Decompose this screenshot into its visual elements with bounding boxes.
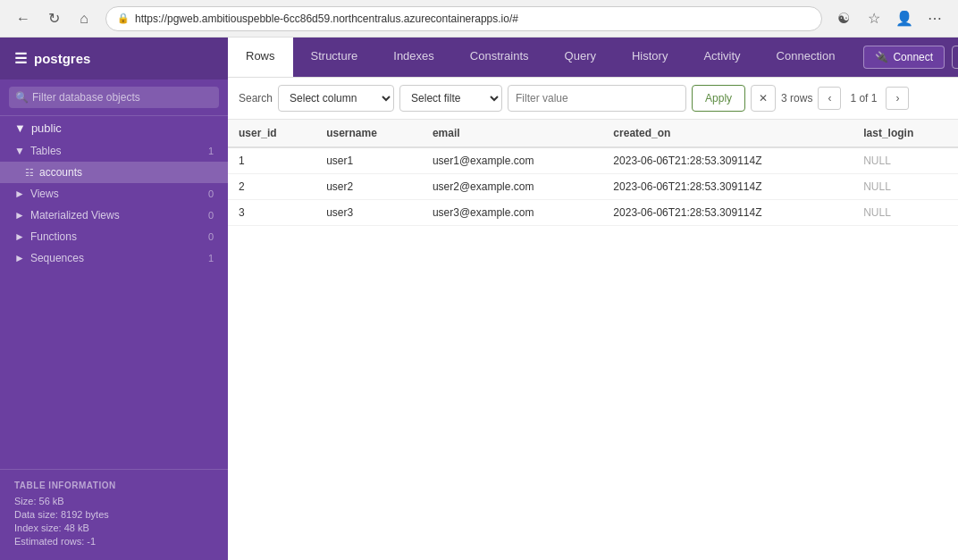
filter-value-input[interactable] bbox=[508, 85, 686, 112]
sidebar-group-functions: ► Functions 0 bbox=[0, 226, 228, 247]
forward-button[interactable]: ↻ bbox=[41, 6, 66, 31]
back-button[interactable]: ← bbox=[11, 6, 36, 31]
chevron-down-icon: ▼ bbox=[14, 121, 26, 135]
connect-button[interactable]: 🔌 Connect bbox=[863, 46, 945, 69]
functions-count: 0 bbox=[208, 231, 214, 242]
rows-info: 3 rows bbox=[781, 92, 812, 104]
cell-user_id: 1 bbox=[228, 147, 315, 174]
column-select[interactable]: Select column bbox=[278, 85, 394, 112]
tab-actions: 🔌 Connect Disconnect bbox=[853, 38, 958, 77]
clear-filter-button[interactable]: ✕ bbox=[751, 85, 776, 112]
search-input[interactable] bbox=[9, 87, 219, 108]
cell-last_login: NULL bbox=[853, 147, 958, 174]
cell-username: user2 bbox=[315, 174, 422, 200]
sequences-group-header[interactable]: ► Sequences 1 bbox=[0, 247, 228, 269]
views-count: 0 bbox=[208, 188, 214, 199]
tables-count: 1 bbox=[208, 146, 214, 156]
lock-icon: 🔒 bbox=[117, 13, 130, 24]
tab-indexes[interactable]: Indexes bbox=[375, 38, 452, 77]
extensions-button[interactable]: ☯ bbox=[831, 6, 856, 31]
mat-views-label: Materialized Views bbox=[30, 209, 120, 221]
tab-structure[interactable]: Structure bbox=[293, 38, 376, 77]
database-icon: ☰ bbox=[14, 50, 27, 67]
table-estimated-rows: Estimated rows: -1 bbox=[14, 536, 214, 547]
sequences-label: Sequences bbox=[30, 252, 84, 264]
sidebar-item-accounts[interactable]: ☷ accounts bbox=[0, 162, 228, 183]
main-content: Rows Structure Indexes Constraints Query… bbox=[228, 38, 958, 560]
app: ☰ postgres 🔍 ▼ public ▼ Tables 1 bbox=[0, 38, 958, 560]
home-button[interactable]: ⌂ bbox=[71, 6, 97, 31]
pagination: ‹ 1 of 1 › bbox=[818, 87, 909, 110]
favorites-button[interactable]: ☆ bbox=[861, 6, 887, 31]
col-email: email bbox=[422, 120, 602, 147]
table-row[interactable]: 1user1user1@example.com2023-06-06T21:28:… bbox=[228, 147, 958, 174]
cell-last_login: NULL bbox=[853, 174, 958, 200]
tab-rows[interactable]: Rows bbox=[228, 38, 293, 77]
page-info: 1 of 1 bbox=[845, 92, 882, 104]
cell-created_on: 2023-06-06T21:28:53.309114Z bbox=[602, 174, 853, 200]
tab-bar: Rows Structure Indexes Constraints Query… bbox=[228, 38, 958, 78]
sidebar-title: postgres bbox=[34, 51, 90, 66]
table-icon: ☷ bbox=[25, 167, 34, 179]
tab-constraints[interactable]: Constraints bbox=[452, 38, 547, 77]
cell-user_id: 3 bbox=[228, 200, 315, 226]
profile-button[interactable]: 👤 bbox=[892, 6, 917, 31]
views-group-header[interactable]: ► Views 0 bbox=[0, 183, 228, 205]
tables-label: Tables bbox=[30, 145, 62, 157]
schema-name: public bbox=[31, 121, 62, 135]
data-table: user_id username email created_on last_l… bbox=[228, 120, 958, 226]
schema-label[interactable]: ▼ public bbox=[0, 116, 228, 140]
table-size: Size: 56 kB bbox=[14, 496, 214, 506]
tab-history[interactable]: History bbox=[614, 38, 685, 77]
data-table-wrap: user_id username email created_on last_l… bbox=[228, 120, 958, 560]
cell-email: user3@example.com bbox=[422, 200, 602, 226]
search-label: Search bbox=[239, 92, 273, 104]
more-button[interactable]: ⋯ bbox=[922, 6, 947, 31]
next-page-button[interactable]: › bbox=[886, 87, 909, 110]
browser-chrome: ← ↻ ⌂ 🔒 https://pgweb.ambitiouspebble-6c… bbox=[0, 0, 958, 38]
table-row[interactable]: 3user3user3@example.com2023-06-06T21:28:… bbox=[228, 200, 958, 226]
table-info-title: TABLE INFORMATION bbox=[14, 481, 214, 490]
prev-page-button[interactable]: ‹ bbox=[818, 87, 841, 110]
address-bar[interactable]: 🔒 https://pgweb.ambitiouspebble-6cc86d59… bbox=[105, 6, 822, 31]
col-last-login: last_login bbox=[853, 120, 958, 147]
disconnect-button[interactable]: Disconnect bbox=[952, 46, 958, 69]
tab-activity[interactable]: Activity bbox=[685, 38, 758, 77]
nav-buttons: ← ↻ ⌂ bbox=[11, 6, 97, 31]
table-row[interactable]: 2user2user2@example.com2023-06-06T21:28:… bbox=[228, 174, 958, 200]
chevron-right-icon: ► bbox=[14, 252, 25, 264]
sidebar-header: ☰ postgres bbox=[0, 38, 228, 79]
tab-query[interactable]: Query bbox=[547, 38, 614, 77]
cell-username: user3 bbox=[315, 200, 422, 226]
tables-group-header[interactable]: ▼ Tables 1 bbox=[0, 140, 228, 162]
mat-views-group-header[interactable]: ► Materialized Views 0 bbox=[0, 205, 228, 226]
browser-actions: ☯ ☆ 👤 ⋯ bbox=[831, 6, 947, 31]
sidebar: ☰ postgres 🔍 ▼ public ▼ Tables 1 bbox=[0, 38, 228, 560]
plug-icon: 🔌 bbox=[875, 51, 888, 63]
functions-label: Functions bbox=[30, 230, 77, 243]
chevron-right-icon: ► bbox=[14, 188, 25, 200]
col-user-id: user_id bbox=[228, 120, 315, 147]
filter-select[interactable]: Select filte bbox=[399, 85, 502, 112]
cell-email: user1@example.com bbox=[422, 147, 602, 174]
apply-button[interactable]: Apply bbox=[692, 85, 745, 112]
table-header-row: user_id username email created_on last_l… bbox=[228, 120, 958, 147]
table-index-size: Index size: 48 kB bbox=[14, 522, 214, 533]
sidebar-content: ▼ public ▼ Tables 1 ☷ accounts bbox=[0, 116, 228, 469]
chevron-right-icon: ► bbox=[14, 209, 25, 221]
table-data-size: Data size: 8192 bytes bbox=[14, 509, 214, 520]
sidebar-group-sequences: ► Sequences 1 bbox=[0, 247, 228, 269]
filter-bar: Search Select column Select filte Apply … bbox=[228, 78, 958, 120]
mat-views-count: 0 bbox=[208, 210, 214, 221]
cell-username: user1 bbox=[315, 147, 422, 174]
col-username: username bbox=[315, 120, 422, 147]
functions-group-header[interactable]: ► Functions 0 bbox=[0, 226, 228, 247]
cell-last_login: NULL bbox=[853, 200, 958, 226]
sidebar-group-mat-views: ► Materialized Views 0 bbox=[0, 205, 228, 226]
views-label: Views bbox=[30, 188, 59, 200]
table-info: TABLE INFORMATION Size: 56 kB Data size:… bbox=[0, 469, 228, 560]
tab-connection[interactable]: Connection bbox=[759, 38, 853, 77]
col-created-on: created_on bbox=[602, 120, 853, 147]
cell-created_on: 2023-06-06T21:28:53.309114Z bbox=[602, 200, 853, 226]
chevron-right-icon: ► bbox=[14, 230, 25, 243]
